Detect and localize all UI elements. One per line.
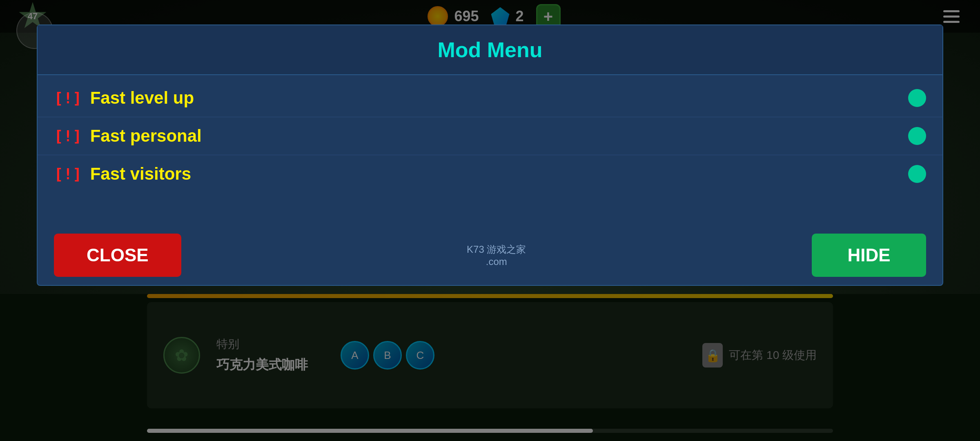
mod-label-2: Fast visitors [90,164,908,184]
mod-label-1: Fast personal [90,126,908,146]
mod-item-fast-visitors[interactable]: [!] Fast visitors [38,155,942,193]
mod-badge-1: [!] [54,127,82,145]
watermark: K73 游戏之家.com [467,243,526,267]
mod-menu-panel: Mod Menu [!] Fast level up [!] Fast pers… [37,24,943,286]
mod-menu-footer: CLOSE K73 游戏之家.com HIDE [38,225,942,285]
mod-menu-content: [!] Fast level up [!] Fast personal [!] … [38,75,942,225]
mod-item-fast-personal[interactable]: [!] Fast personal [38,117,942,155]
mod-badge-0: [!] [54,89,82,107]
mod-toggle-2[interactable] [908,165,926,183]
close-button[interactable]: CLOSE [54,234,181,277]
mod-menu-title-bar: Mod Menu [38,25,942,75]
mod-toggle-1[interactable] [908,127,926,145]
mod-item-fast-level-up[interactable]: [!] Fast level up [38,79,942,117]
mod-badge-2: [!] [54,165,82,183]
mod-menu-title: Mod Menu [437,38,542,62]
mod-label-0: Fast level up [90,88,908,108]
mod-toggle-0[interactable] [908,89,926,107]
hide-button[interactable]: HIDE [812,234,926,277]
